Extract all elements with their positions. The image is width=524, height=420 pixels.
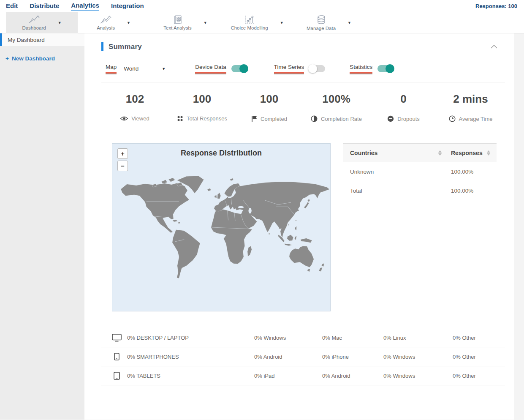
chevron-down-icon[interactable]: ▼	[58, 21, 62, 25]
stat-label: Average Time	[459, 116, 493, 122]
page-title: Summary	[109, 43, 142, 51]
new-dashboard-button[interactable]: + New Dashboard	[0, 55, 84, 62]
stat-completion-rate: 100% Completion Rate	[303, 93, 370, 122]
stat-value: 0	[370, 93, 437, 106]
responses-count: Responses: 100	[475, 3, 517, 9]
stat-total-responses: 100 Total Responses	[168, 93, 236, 122]
device-category-label: 0% SMARTPHONES	[127, 354, 179, 360]
statistics-label: Statistics	[350, 64, 372, 74]
tab-label: Text Analysis	[163, 25, 191, 30]
toggle-knob	[308, 64, 317, 73]
device-cell: 0% Other	[453, 373, 505, 379]
map-control-label: Map	[106, 64, 117, 74]
countries-column-header[interactable]: Countries	[350, 150, 438, 156]
sort-icon[interactable]	[438, 150, 442, 155]
statistics-toggle[interactable]	[377, 65, 394, 72]
stat-label: Completion Rate	[321, 116, 362, 122]
analytics-toolbar: Dashboard ▼ Analysis ▼ Text Anal	[0, 12, 524, 33]
device-category-label: 0% DESKTOP / LAPTOP	[127, 335, 189, 341]
device-data-table: 0% DESKTOP / LAPTOP 0% Windows 0% Mac 0%…	[101, 328, 505, 385]
stat-value: 100	[168, 93, 236, 106]
tab-analysis[interactable]: Analysis ▼	[78, 12, 149, 33]
database-icon	[316, 15, 326, 25]
sort-icon[interactable]	[487, 150, 490, 155]
map-zoom-out-button[interactable]: −	[117, 161, 128, 171]
collapse-chevron-up-icon[interactable]	[491, 45, 497, 49]
world-map[interactable]	[112, 174, 330, 283]
half-circle-icon	[311, 115, 318, 122]
dots-grid-icon	[177, 115, 183, 122]
countries-table: Countries Responses Unknown 100.00% Tota…	[343, 143, 497, 311]
tab-manage-data[interactable]: Manage Data ▼	[293, 12, 365, 33]
stat-value: 100%	[303, 93, 370, 106]
tab-dashboard[interactable]: Dashboard ▼	[6, 12, 78, 33]
device-cell: 0% Other	[453, 335, 505, 341]
stat-label: Completed	[261, 116, 287, 122]
tab-choice-modelling[interactable]: Choice Modelling ▼	[221, 12, 293, 33]
device-cell: 0% Android	[322, 373, 383, 379]
map-region-select[interactable]: World	[124, 65, 138, 72]
desktop-icon	[112, 334, 122, 342]
table-row: 0% TABLETS 0% iPad 0% Android 0% Windows…	[101, 366, 505, 385]
chevron-down-icon[interactable]: ▼	[162, 67, 166, 71]
stat-value: 102	[101, 93, 168, 106]
tab-text-analysis[interactable]: Text Analysis ▼	[149, 12, 221, 33]
plus-icon: +	[5, 55, 9, 62]
device-cell: 0% Android	[254, 354, 322, 360]
device-cell: 0% Windows	[254, 335, 322, 341]
analysis-chart-icon	[100, 15, 111, 24]
toggle-knob	[386, 64, 394, 73]
tab-label: Analysis	[97, 25, 115, 30]
nav-integration[interactable]: Integration	[111, 2, 144, 10]
table-row: 0% DESKTOP / LAPTOP 0% Windows 0% Mac 0%…	[101, 328, 505, 347]
device-category-label: 0% TABLETS	[127, 373, 160, 379]
map-zoom-in-button[interactable]: +	[117, 148, 128, 159]
nav-analytics[interactable]: Analytics	[71, 2, 99, 11]
stat-label: Viewed	[131, 115, 149, 122]
stats-row: 102 Viewed 100 Total Responses 100	[101, 93, 505, 122]
stat-viewed: 102 Viewed	[101, 93, 168, 122]
accent-bar	[101, 42, 103, 51]
toggle-knob	[239, 64, 248, 73]
summary-controls: Map World ▼ Device Data Time Series Stat…	[101, 64, 505, 74]
country-value: 100.00%	[451, 169, 490, 175]
flag-icon	[251, 115, 257, 122]
dashboard-sidebar: My Dashboard + New Dashboard	[0, 33, 84, 420]
country-name: Unknown	[350, 169, 451, 175]
minus-circle-icon	[387, 115, 394, 122]
sidebar-item-label: My Dashboard	[8, 37, 45, 43]
stat-label: Dropouts	[397, 116, 420, 122]
clock-icon	[449, 115, 456, 122]
divider	[101, 82, 505, 82]
country-value: 100.00%	[451, 188, 490, 194]
country-name: Total	[350, 188, 451, 194]
table-row: 0% SMARTPHONES 0% Android 0% iPhone 0% W…	[101, 347, 505, 366]
time-series-toggle[interactable]	[309, 65, 325, 72]
device-data-toggle[interactable]	[231, 65, 247, 72]
stat-value: 100	[236, 93, 303, 106]
stat-value: 2 mins	[437, 93, 504, 106]
nav-edit[interactable]: Edit	[6, 2, 18, 10]
tab-label: Dashboard	[22, 25, 46, 30]
nav-distribute[interactable]: Distribute	[30, 2, 59, 10]
summary-panel: Summary Map World ▼ Device Data Time Ser…	[84, 33, 514, 420]
chevron-down-icon[interactable]: ▼	[127, 21, 130, 25]
chevron-down-icon[interactable]: ▼	[204, 21, 207, 25]
line-chart-icon	[28, 15, 40, 24]
table-row: Unknown 100.00%	[343, 162, 497, 181]
responses-column-header[interactable]: Responses	[451, 150, 483, 156]
chevron-down-icon[interactable]: ▼	[348, 21, 351, 25]
device-cell: 0% iPad	[254, 373, 322, 379]
device-cell: 0% Linux	[383, 335, 453, 341]
new-dashboard-label: New Dashboard	[12, 55, 55, 62]
device-cell: 0% Mac	[322, 335, 383, 341]
device-data-label: Device Data	[195, 64, 226, 74]
sidebar-item-my-dashboard[interactable]: My Dashboard	[0, 33, 84, 46]
stat-completed: 100 Completed	[236, 93, 303, 122]
top-nav: Edit Distribute Analytics Integration Re…	[0, 0, 524, 12]
chevron-down-icon[interactable]: ▼	[280, 21, 284, 25]
tablet-icon	[114, 372, 120, 380]
response-distribution-map[interactable]: Response Distribution + −	[112, 143, 331, 311]
device-cell: 0% Other	[453, 354, 505, 360]
stat-label: Total Responses	[187, 115, 227, 122]
